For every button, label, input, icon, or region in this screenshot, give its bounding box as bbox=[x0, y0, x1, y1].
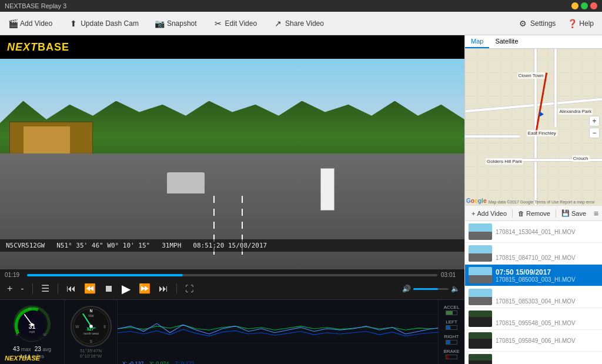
file-toolbar: + Add Video 🗑 Remove 💾 Save ≡ bbox=[465, 206, 602, 221]
volume-icon: 🔊 bbox=[402, 285, 411, 293]
snapshot-icon: 📷 bbox=[155, 19, 165, 28]
svg-text:N: N bbox=[89, 309, 92, 313]
step-fwd-button[interactable]: ⏩ bbox=[136, 283, 153, 295]
svg-text:north west: north west bbox=[83, 332, 98, 335]
zoom-out-button[interactable]: - bbox=[18, 283, 26, 295]
list-item[interactable]: 07:48 15/09/2017170815_084710_002_HI.MOV bbox=[465, 243, 602, 265]
map-zoom-out[interactable]: − bbox=[589, 128, 600, 138]
maximize-button[interactable] bbox=[581, 2, 588, 9]
svg-text:45: 45 bbox=[28, 307, 32, 310]
controls-divider-2 bbox=[58, 283, 58, 294]
window-controls bbox=[571, 2, 597, 9]
toolbar: 🎬 Add Video ⬆ Update Dash Cam 📷 Snapshot… bbox=[0, 12, 602, 35]
file-thumbnail bbox=[469, 332, 492, 349]
scene-post bbox=[320, 168, 335, 211]
file-toolbar-sep-2 bbox=[556, 209, 556, 218]
google-logo: Google bbox=[466, 198, 486, 204]
map-road-h2 bbox=[465, 135, 520, 138]
progress-bar-container: 01:19 03:01 bbox=[5, 272, 460, 278]
compass-panel: N E S W NW 327° north west bbox=[65, 300, 118, 364]
gps-coords: 51°35'47N 0°10'16"W bbox=[80, 348, 102, 359]
left-panel: NEXTBASE N5CVR512GW bbox=[0, 35, 464, 364]
osd-timestamp: 08:51:20 15/08/2017 bbox=[193, 242, 267, 249]
file-remove-button[interactable]: 🗑 Remove bbox=[515, 209, 553, 218]
file-save-icon: 💾 bbox=[561, 209, 570, 217]
help-button[interactable]: ❓ Help bbox=[564, 16, 597, 31]
left-label: LEFT bbox=[441, 319, 462, 330]
map-area: Map Satellite ▲ Clown Town East Finchley… bbox=[465, 35, 602, 206]
main-content: NEXTBASE N5CVR512GW bbox=[0, 35, 602, 364]
svg-text:NW: NW bbox=[88, 313, 94, 317]
brake-label: BRAKE bbox=[441, 349, 462, 359]
snapshot-button[interactable]: 📷 Snapshot bbox=[152, 16, 200, 31]
help-icon: ❓ bbox=[567, 19, 577, 28]
osd-gps: N51° 35' 46" W0° 10' 15" bbox=[56, 242, 150, 249]
map-label-alexandra: Alexandra Park bbox=[558, 108, 593, 115]
video-frame: N5CVR512GW N51° 35' 46" W0° 10' 15" 31MP… bbox=[0, 59, 464, 269]
update-dash-cam-button[interactable]: ⬆ Update Dash Cam bbox=[65, 16, 142, 31]
file-info: 170814_153044_001_HI.MOV bbox=[496, 229, 598, 235]
volume-track[interactable] bbox=[413, 288, 449, 290]
z-value: Z: 0.172 bbox=[175, 360, 195, 364]
share-icon: ↗ bbox=[273, 19, 283, 28]
close-button[interactable] bbox=[590, 2, 597, 9]
minimize-button[interactable] bbox=[571, 2, 578, 9]
edit-video-button[interactable]: ✂ Edit Video bbox=[210, 16, 261, 31]
nextbase-bottom-logo: NEXTBASE bbox=[5, 355, 40, 362]
video-area[interactable]: N5CVR512GW N51° 35' 46" W0° 10' 15" 31MP… bbox=[0, 59, 464, 269]
file-menu-icon[interactable]: ≡ bbox=[594, 209, 598, 218]
file-thumbnail bbox=[469, 289, 492, 305]
map-tab-map[interactable]: Map bbox=[465, 35, 489, 48]
stop-button[interactable]: ⏹ bbox=[102, 283, 116, 295]
svg-text:90: 90 bbox=[43, 333, 46, 336]
logo-bar: NEXTBASE bbox=[0, 35, 464, 59]
list-item[interactable]: 170815_095849_006_HI.MOV bbox=[465, 330, 602, 352]
file-remove-icon: 🗑 bbox=[518, 210, 524, 217]
toolbar-right: ⚙ Settings ❓ Help bbox=[515, 16, 597, 31]
file-info: 170815_095849_006_HI.MOV bbox=[496, 338, 598, 344]
file-save-button[interactable]: 💾 Save bbox=[558, 208, 589, 218]
list-item[interactable]: 09:01 15/09/2017170815_100149_007_HI.MOV bbox=[465, 352, 602, 364]
settings-button[interactable]: ⚙ Settings bbox=[515, 16, 559, 31]
settings-icon: ⚙ bbox=[519, 19, 528, 28]
app-title: NEXTBASE Replay 3 bbox=[5, 2, 66, 9]
right-label: RIGHT bbox=[441, 334, 462, 345]
file-time: 07:53 15/09/2017 bbox=[496, 290, 598, 298]
accel-values: X: -0.137 Y: 0.074 Z: 0.172 bbox=[118, 359, 464, 364]
progress-track[interactable] bbox=[27, 274, 437, 276]
map-label-golders: Golders Hill Park bbox=[486, 158, 523, 165]
list-item[interactable]: 08:57 15/09/2017170815_095548_005_HI.MOV bbox=[465, 308, 602, 330]
map-tab-satellite[interactable]: Satellite bbox=[489, 35, 524, 48]
file-filename: 170814_153044_001_HI.MOV bbox=[496, 229, 598, 235]
share-video-button[interactable]: ↗ Share Video bbox=[270, 16, 327, 31]
file-list: 170814_153044_001_HI.MOV07:48 15/09/2017… bbox=[465, 221, 602, 364]
osd-device-id: N5CVR512GW bbox=[6, 242, 45, 249]
list-item[interactable]: 07:50 15/09/2017170815_085003_003_HI.MOV bbox=[465, 265, 602, 286]
scene-road bbox=[0, 153, 464, 269]
skip-end-button[interactable]: ⏭ bbox=[156, 283, 170, 295]
map-label-clowntown: Clown Town bbox=[517, 72, 545, 79]
file-thumbnail bbox=[469, 354, 492, 364]
map-label-crouch: Crouch bbox=[572, 155, 590, 162]
file-filename: 170815_085003_003_HI.MOV bbox=[496, 276, 598, 283]
file-time: 07:50 15/09/2017 bbox=[496, 268, 598, 276]
add-video-button[interactable]: 🎬 Add Video bbox=[5, 16, 56, 31]
menu-button[interactable]: ☰ bbox=[39, 283, 52, 295]
x-value: X: -0.137 bbox=[122, 360, 144, 364]
list-item[interactable]: 07:53 15/09/2017170815_085303_004_HI.MOV bbox=[465, 286, 602, 308]
progress-fill bbox=[27, 274, 183, 276]
file-toolbar-sep-1 bbox=[512, 209, 513, 218]
play-button[interactable]: ▶ bbox=[119, 282, 133, 296]
step-back-button[interactable]: ⏪ bbox=[82, 283, 98, 295]
list-item[interactable]: 170814_153044_001_HI.MOV bbox=[465, 221, 602, 243]
svg-text:W: W bbox=[75, 324, 79, 328]
map-zoom-in[interactable]: + bbox=[589, 116, 600, 126]
speed-gauge-svg: 0 45 90 31 mph bbox=[5, 305, 59, 345]
fullscreen-button[interactable]: ⛶ bbox=[183, 283, 196, 294]
update-icon: ⬆ bbox=[69, 19, 78, 28]
zoom-in-button[interactable]: + bbox=[5, 283, 15, 295]
file-add-video-button[interactable]: + Add Video bbox=[469, 209, 510, 218]
file-add-icon: + bbox=[471, 210, 475, 217]
skip-start-button[interactable]: ⏮ bbox=[64, 283, 78, 295]
map-canvas[interactable]: ▲ Clown Town East Finchley Alexandra Par… bbox=[465, 49, 602, 205]
